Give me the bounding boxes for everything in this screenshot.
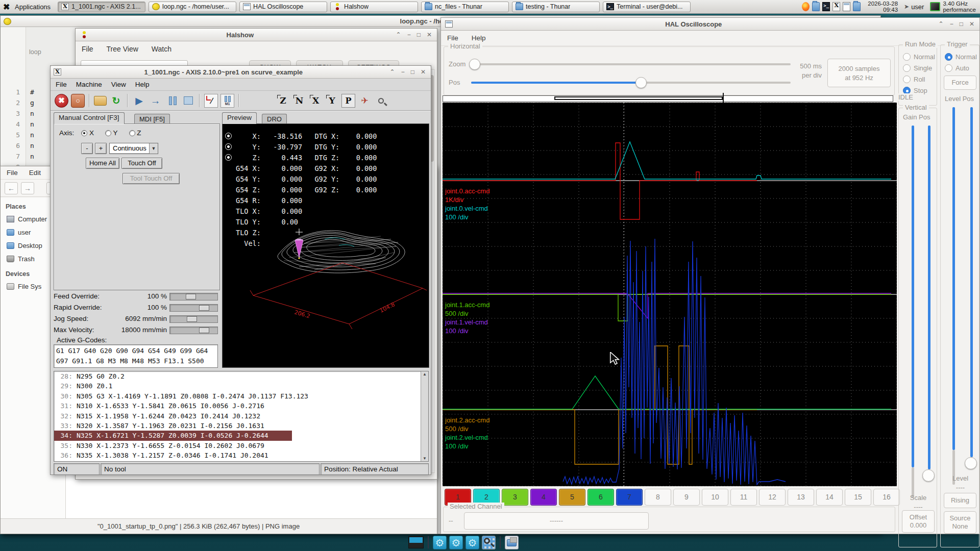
channel-button-3[interactable]: 3 xyxy=(502,489,528,506)
zoom-slider-thumb[interactable] xyxy=(469,59,480,70)
taskbar-window-button[interactable]: loop.ngc - /home/user... xyxy=(149,2,236,12)
zoom-slider[interactable] xyxy=(471,63,791,65)
axis-titlebar[interactable]: 1_1001.ngc - AXIS 2.10.0~pre1 on scurve_… xyxy=(51,66,431,79)
folder-icon[interactable] xyxy=(505,536,519,549)
menu-machine[interactable]: Machine xyxy=(76,81,102,88)
override-slider-handle[interactable] xyxy=(187,316,197,322)
scope-titlebar[interactable]: HAL Oscilloscope ⌃ − □ ✕ xyxy=(441,18,979,31)
gcode-line[interactable]: 31:N310 X-1.6533 Y-1.5841 Z0.0615 I0.005… xyxy=(54,401,428,411)
channel-button-5[interactable]: 5 xyxy=(559,489,585,506)
folder-tray-icon[interactable] xyxy=(853,2,861,11)
channel-button-14[interactable]: 14 xyxy=(816,489,843,506)
channel-button-10[interactable]: 10 xyxy=(702,489,728,506)
tab-preview[interactable]: Preview xyxy=(222,112,257,124)
maximize-button[interactable]: □ xyxy=(960,20,963,28)
gcode-line[interactable]: 33:N320 X-1.3587 Y-1.1963 Z0.0231 I-0.21… xyxy=(54,421,428,431)
shade-button[interactable]: ⌃ xyxy=(396,31,401,38)
editor-tab-label[interactable]: loop xyxy=(29,48,41,56)
taskbar-window-button[interactable]: Terminal - user@debi... xyxy=(603,2,691,12)
menu-file[interactable]: File xyxy=(7,169,18,177)
plus-button[interactable] xyxy=(243,94,257,108)
minimize-button[interactable]: − xyxy=(401,68,405,76)
channel-button-8[interactable]: 8 xyxy=(645,489,671,506)
reload-button[interactable] xyxy=(109,94,123,108)
gear-icon[interactable] xyxy=(433,536,447,549)
menu-file[interactable]: File xyxy=(447,34,458,42)
close-button[interactable]: ✕ xyxy=(969,20,974,28)
gear-icon[interactable] xyxy=(449,536,463,549)
letter-button[interactable]: N xyxy=(292,94,306,108)
axis-radio-z[interactable]: Z xyxy=(129,129,141,137)
gcode-line[interactable]: 30:N305 G3 X-1.4169 Y-1.1891 Z0.0808 I-0… xyxy=(54,391,428,401)
edge-button[interactable]: Rising xyxy=(944,493,976,508)
trigger-mode-auto[interactable]: Auto xyxy=(945,64,969,72)
channel-button-7[interactable]: 7 xyxy=(616,489,643,506)
pager-icon[interactable] xyxy=(408,536,424,548)
gcode-line[interactable]: 32:N315 X-1.1958 Y-1.6244 Z0.0423 I0.241… xyxy=(54,411,428,421)
touch-off-button[interactable]: Touch Off xyxy=(121,158,162,169)
folder-tray-icon[interactable] xyxy=(812,2,820,11)
stop-button[interactable] xyxy=(181,94,195,108)
menu-file[interactable]: File xyxy=(82,45,93,53)
step-button[interactable] xyxy=(149,94,162,108)
gcode-line[interactable]: 36:N335 X-1.3038 Y-1.2157 Z-0.0346 I-0.1… xyxy=(54,450,428,460)
m1-button[interactable]: M1 xyxy=(220,94,234,108)
tab-mdi-f5-[interactable]: MDI [F5] xyxy=(134,114,170,124)
pletter-button[interactable]: P xyxy=(341,94,355,108)
run-mode-single[interactable]: Single xyxy=(903,64,932,72)
gcode-scrollbar[interactable]: ▲▼ xyxy=(421,371,428,461)
cpu-indicator[interactable]: 3.40 GHz performance xyxy=(930,1,976,13)
override-slider[interactable] xyxy=(169,327,218,334)
menu-tree-view[interactable]: Tree View xyxy=(107,45,138,53)
minimize-button[interactable]: − xyxy=(407,31,411,38)
channel-button-9[interactable]: 9 xyxy=(673,489,700,506)
tab-manual-control-f3-[interactable]: Manual Control [F3] xyxy=(54,112,125,124)
vertical-pos-slider[interactable] xyxy=(928,126,930,469)
taskbar-window-button[interactable]: nc_files - Thunar xyxy=(421,2,509,12)
power-button[interactable] xyxy=(71,94,85,108)
forward-button[interactable]: → xyxy=(21,182,34,194)
menu-watch[interactable]: Watch xyxy=(152,45,172,53)
home-all-button[interactable]: Home All xyxy=(86,158,119,169)
run-mode-normal[interactable]: Normal xyxy=(903,53,935,61)
run-button[interactable] xyxy=(132,94,146,108)
override-slider[interactable] xyxy=(169,304,218,312)
jog-plus-button[interactable]: + xyxy=(95,143,107,154)
gcode-line[interactable]: 35:N330 X-1.2373 Y-1.6655 Z-0.0154 I0.26… xyxy=(54,441,428,450)
skip-button[interactable] xyxy=(204,94,218,108)
gcode-line[interactable]: 28:N295 G0 Z0.2 xyxy=(54,371,428,381)
channel-button-12[interactable]: 12 xyxy=(759,489,786,506)
selected-channel-value[interactable]: ------ xyxy=(464,512,649,530)
override-slider[interactable] xyxy=(169,293,218,300)
window-tray-icon[interactable] xyxy=(843,2,850,11)
channel-button-6[interactable]: 6 xyxy=(587,489,614,506)
axis-radio-y[interactable]: Y xyxy=(105,129,118,137)
force-button[interactable]: Force xyxy=(944,76,976,90)
axis-tray-icon[interactable] xyxy=(832,2,840,11)
taskbar-window-button[interactable]: HAL Oscilloscope xyxy=(239,2,327,12)
user-indicator[interactable]: ➤ user xyxy=(904,3,924,11)
axis-radio-x[interactable]: X xyxy=(81,129,94,137)
back-button[interactable]: ← xyxy=(5,182,18,194)
terminal-tray-icon[interactable] xyxy=(822,2,830,11)
firefox-tray-icon[interactable] xyxy=(802,2,810,11)
menu-edit[interactable]: Edit xyxy=(29,169,41,177)
maximize-button[interactable]: □ xyxy=(417,31,421,38)
close-button[interactable]: ✕ xyxy=(421,68,426,76)
brush-button[interactable] xyxy=(374,94,388,108)
taskbar-window-button[interactable]: testing - Thunar xyxy=(512,2,600,12)
offset-button[interactable]: Offset 0.000 xyxy=(902,510,935,533)
channel-button-4[interactable]: 4 xyxy=(530,489,557,506)
trigger-pos-thumb[interactable] xyxy=(965,457,977,469)
taskbar-window-button[interactable]: Halshow xyxy=(330,2,418,12)
minus-button[interactable] xyxy=(260,94,274,108)
override-slider-handle[interactable] xyxy=(199,305,209,311)
scope-display[interactable]: joint.0.acc-cmd1K/divjoint.0.vel-cmd100 … xyxy=(443,103,897,486)
rocket-button[interactable] xyxy=(358,94,372,108)
jog-mode-select[interactable]: Continuous▼ xyxy=(109,143,158,154)
open-button[interactable] xyxy=(94,96,107,106)
tab-dro[interactable]: DRO xyxy=(262,114,287,124)
search-icon[interactable] xyxy=(482,536,496,549)
channel-button-13[interactable]: 13 xyxy=(788,489,814,506)
pos-slider-thumb[interactable] xyxy=(635,77,647,88)
